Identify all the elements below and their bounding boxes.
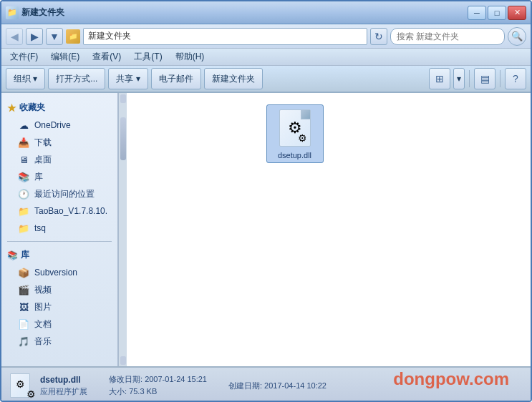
menu-edit[interactable]: 编辑(E) <box>45 49 85 64</box>
open-with-button[interactable]: 打开方式... <box>48 68 105 89</box>
status-file-icon: ⚙ ⚙ <box>7 373 33 398</box>
sidebar-item-pictures[interactable]: 🖼 图片 <box>1 298 117 315</box>
main-content: ★ 收藏夹 ☁ OneDrive 📥 下载 🖥 桌面 📚 库 🕐 最近访问的 <box>1 93 531 366</box>
share-button[interactable]: 共享 ▾ <box>108 68 147 89</box>
sidebar-item-download[interactable]: 📥 下载 <box>1 134 117 151</box>
recent-icon: 🕐 <box>17 187 30 200</box>
sidebar-item-library[interactable]: 📚 库 <box>1 168 117 185</box>
video-icon: 🎬 <box>17 283 30 296</box>
sidebar-library-header[interactable]: 📚 库 <box>1 246 117 264</box>
menu-help[interactable]: 帮助(H) <box>170 49 211 64</box>
watermark: dongpow.com <box>393 369 509 389</box>
pictures-icon: 🖼 <box>17 300 30 313</box>
sidebar-item-documents[interactable]: 📄 文档 <box>1 315 117 333</box>
new-folder-button[interactable]: 新建文件夹 <box>204 68 263 89</box>
star-icon: ★ <box>7 102 16 114</box>
dll-file-icon: ⚙ ⚙ <box>275 108 315 148</box>
sidebar-item-onedrive[interactable]: ☁ OneDrive <box>1 117 117 134</box>
address-folder-icon: 📁 <box>66 29 80 44</box>
toolbar: 组织 ▾ 打开方式... 共享 ▾ 电子邮件 新建文件夹 ⊞ ▾ ▤ ? <box>1 66 531 93</box>
dropdown-button[interactable]: ▼ <box>46 28 63 45</box>
window-controls: ─ □ ✕ <box>468 6 526 20</box>
organize-button[interactable]: 组织 ▾ <box>6 68 45 89</box>
back-button[interactable]: ◀ <box>6 28 23 45</box>
toolbar-separator <box>469 70 470 87</box>
file-page-icon: ⚙ ⚙ <box>279 109 311 147</box>
title-bar: 📁 新建文件夹 ─ □ ✕ <box>1 1 531 24</box>
status-filetype: 应用程序扩展 <box>40 386 87 397</box>
sidebar-item-video[interactable]: 🎬 视频 <box>1 281 117 298</box>
sidebar-item-tsq[interactable]: 📁 tsq <box>1 220 117 237</box>
status-bar: ⚙ ⚙ dsetup.dll 应用程序扩展 修改日期: 2007-01-24 1… <box>1 366 531 402</box>
desktop-icon: 🖥 <box>17 153 30 166</box>
lib-icon: 📚 <box>7 250 18 260</box>
search-input[interactable] <box>390 28 505 45</box>
view-dropdown-button[interactable]: ▾ <box>453 68 465 89</box>
preview-button[interactable]: ▤ <box>474 68 495 89</box>
sidebar-item-desktop[interactable]: 🖥 桌面 <box>1 151 117 168</box>
status-modified-row: 修改日期: 2007-01-24 15:21 <box>109 374 207 385</box>
refresh-button[interactable]: ↻ <box>370 28 387 45</box>
sidebar-item-recent[interactable]: 🕐 最近访问的位置 <box>1 185 117 202</box>
file-name-label: dsetup.dll <box>278 151 311 160</box>
size-value: 75.3 KB <box>129 387 157 396</box>
menu-bar: 文件(F) 编辑(E) 查看(V) 工具(T) 帮助(H) <box>1 49 531 66</box>
status-gear-icon: ⚙ <box>26 388 36 400</box>
maximize-button[interactable]: □ <box>488 6 506 20</box>
help-button[interactable]: ? <box>505 68 526 89</box>
close-button[interactable]: ✕ <box>508 6 526 20</box>
created-value: 2017-04-14 10:22 <box>264 381 327 390</box>
window-icon: 📁 <box>6 6 19 19</box>
onedrive-icon: ☁ <box>17 119 30 132</box>
library-icon: 📚 <box>17 170 30 183</box>
modified-label: 修改日期: <box>109 375 142 383</box>
address-input[interactable] <box>83 28 367 45</box>
music-icon: 🎵 <box>17 335 30 348</box>
size-label: 大小: <box>109 387 127 396</box>
search-button[interactable]: 🔍 <box>508 27 526 46</box>
sidebar-divider <box>7 241 112 242</box>
email-button[interactable]: 电子邮件 <box>151 68 201 89</box>
created-label: 创建日期: <box>228 381 262 390</box>
subversion-icon: 📦 <box>17 266 30 279</box>
documents-icon: 📄 <box>17 318 30 330</box>
sidebar-item-subversion[interactable]: 📦 Subversion <box>1 264 117 281</box>
sidebar-item-music[interactable]: 🎵 音乐 <box>1 333 117 350</box>
sidebar: ★ 收藏夹 ☁ OneDrive 📥 下载 🖥 桌面 📚 库 🕐 最近访问的 <box>1 93 118 366</box>
status-details-2: 创建日期: 2017-04-14 10:22 <box>228 381 327 391</box>
tsq-folder-icon: 📁 <box>17 222 30 235</box>
status-size-row: 大小: 75.3 KB <box>109 386 207 397</box>
sidebar-item-taobao[interactable]: 📁 TaoBao_V1.7.8.10. <box>1 202 117 220</box>
menu-tools[interactable]: 工具(T) <box>128 49 168 64</box>
minimize-button[interactable]: ─ <box>468 6 486 20</box>
status-file-info: dsetup.dll 应用程序扩展 <box>40 375 87 397</box>
file-item-dsetup[interactable]: ⚙ ⚙ dsetup.dll <box>266 104 324 163</box>
forward-button[interactable]: ▶ <box>26 28 43 45</box>
modified-value: 2007-01-24 15:21 <box>145 375 207 383</box>
scrollbar-thumb[interactable] <box>120 117 126 160</box>
sidebar-scrollbar[interactable] <box>118 93 127 366</box>
status-details: 修改日期: 2007-01-24 15:21 大小: 75.3 KB <box>109 374 207 397</box>
status-created-row: 创建日期: 2017-04-14 10:22 <box>228 381 327 391</box>
menu-file[interactable]: 文件(F) <box>4 49 44 64</box>
taobao-folder-icon: 📁 <box>17 205 30 217</box>
download-icon: 📥 <box>17 136 30 149</box>
file-area: ⚙ ⚙ dsetup.dll <box>255 93 531 366</box>
sidebar-favorites-header[interactable]: ★ 收藏夹 <box>1 99 117 117</box>
window-title: 新建文件夹 <box>21 6 468 19</box>
toolbar-separator-2 <box>500 70 500 87</box>
address-bar: ◀ ▶ ▼ 📁 ↻ 🔍 <box>1 24 531 49</box>
status-filename: dsetup.dll <box>40 375 87 385</box>
menu-view[interactable]: 查看(V) <box>87 49 127 64</box>
view-options-button[interactable]: ⊞ <box>429 68 450 89</box>
